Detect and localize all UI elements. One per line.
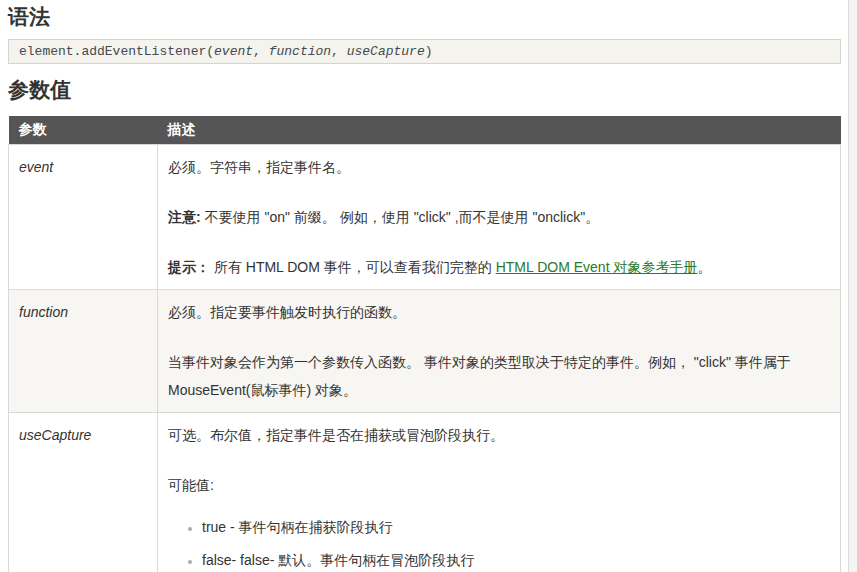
tip-label: 提示：: [168, 259, 210, 275]
table-header-row: 参数 描述: [9, 116, 841, 145]
tip-end-text: 。: [697, 259, 711, 275]
param-desc-function: 必须。指定要事件触发时执行的函数。 当事件对象会作为第一个参数传入函数。 事件对…: [158, 290, 841, 413]
code-param-event: event: [214, 44, 253, 59]
article-content: 语法 element.addEventListener(event, funct…: [0, 0, 849, 572]
tip-text: 所有 HTML DOM 事件，可以查看我们完整的: [210, 259, 496, 275]
header-cell-param: 参数: [9, 116, 158, 145]
header-cell-desc: 描述: [158, 116, 841, 145]
param-name-event: event: [9, 145, 158, 290]
function-detail-text: 当事件对象会作为第一个参数传入函数。 事件对象的类型取决于特定的事件。例如， "…: [168, 348, 830, 404]
parameters-heading: 参数值: [8, 77, 840, 103]
code-comma-2: ,: [331, 44, 347, 59]
function-required-text: 必须。指定要事件触发时执行的函数。: [168, 298, 830, 326]
note-label: 注意:: [168, 209, 201, 225]
code-comma-1: ,: [253, 44, 269, 59]
list-item-false: false- false- 默认。事件句柄在冒泡阶段执行: [202, 546, 830, 572]
event-tip-paragraph: 提示： 所有 HTML DOM 事件，可以查看我们完整的 HTML DOM Ev…: [168, 253, 830, 281]
code-param-usecapture: useCapture: [347, 44, 425, 59]
code-prefix: element.addEventListener(: [19, 44, 214, 59]
table-row-function: function 必须。指定要事件触发时执行的函数。 当事件对象会作为第一个参数…: [9, 290, 841, 413]
code-param-function: function: [269, 44, 331, 59]
list-item-true: true - 事件句柄在捕获阶段执行: [202, 513, 830, 541]
event-required-text: 必须。字符串，指定事件名。: [168, 153, 830, 181]
param-desc-usecapture: 可选。布尔值，指定事件是否在捕获或冒泡阶段执行。 可能值: true - 事件句…: [158, 413, 841, 572]
table-row-usecapture: useCapture 可选。布尔值，指定事件是否在捕获或冒泡阶段执行。 可能值:…: [9, 413, 841, 572]
param-name-function: function: [9, 290, 158, 413]
code-suffix: ): [425, 44, 433, 59]
param-name-usecapture: useCapture: [9, 413, 158, 572]
syntax-heading: 语法: [8, 4, 840, 30]
usecapture-optional-text: 可选。布尔值，指定事件是否在捕获或冒泡阶段执行。: [168, 421, 830, 449]
possible-values-list: true - 事件句柄在捕获阶段执行 false- false- 默认。事件句柄…: [168, 513, 830, 572]
possible-values-label: 可能值:: [168, 471, 830, 499]
syntax-code-block: element.addEventListener(event, function…: [8, 39, 841, 64]
param-desc-event: 必须。字符串，指定事件名。 注意: 不要使用 "on" 前缀。 例如，使用 "c…: [158, 145, 841, 290]
note-text: 不要使用 "on" 前缀。 例如，使用 "click" ,而不是使用 "oncl…: [201, 209, 600, 225]
dom-event-reference-link[interactable]: HTML DOM Event 对象参考手册: [496, 259, 698, 275]
event-note-paragraph: 注意: 不要使用 "on" 前缀。 例如，使用 "click" ,而不是使用 "…: [168, 203, 830, 231]
table-row-event: event 必须。字符串，指定事件名。 注意: 不要使用 "on" 前缀。 例如…: [9, 145, 841, 290]
parameters-table: 参数 描述 event 必须。字符串，指定事件名。 注意: 不要使用 "on" …: [8, 116, 841, 572]
